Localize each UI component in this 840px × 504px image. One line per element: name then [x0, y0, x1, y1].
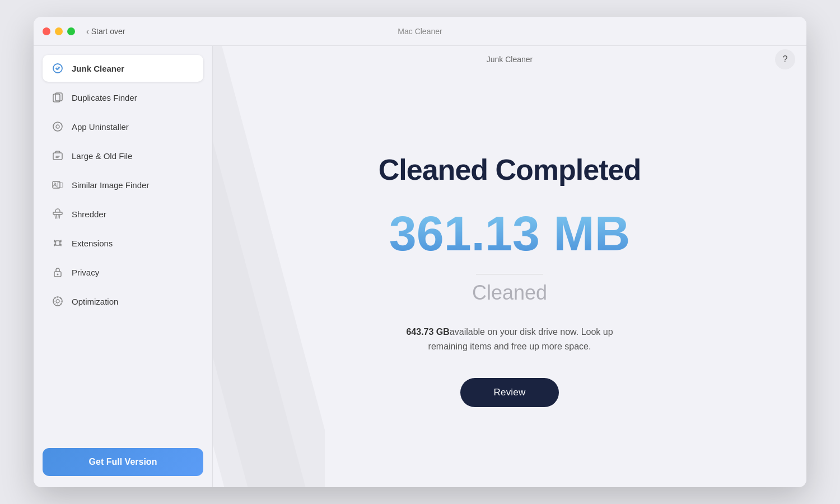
close-button[interactable] [43, 27, 50, 35]
svg-point-15 [56, 300, 59, 303]
divider [476, 274, 543, 274]
sidebar-nav: Junk Cleaner Duplicates Finder [43, 55, 203, 439]
privacy-icon [52, 266, 64, 278]
app-window: ‹ Start over Mac Cleaner Junk Clean [34, 17, 806, 487]
large-old-file-icon [52, 150, 64, 162]
get-full-version-button[interactable]: Get Full Version [43, 448, 203, 476]
app-uninstaller-icon [52, 120, 64, 133]
sidebar-item-privacy[interactable]: Privacy [43, 259, 203, 286]
optimization-icon [52, 295, 64, 307]
main-body: Cleaned Completed 361.13 MB Cleaned 643.… [213, 73, 806, 487]
main-header-title: Junk Cleaner [487, 55, 533, 64]
maximize-button[interactable] [67, 27, 75, 35]
content-area: Junk Cleaner Duplicates Finder [34, 46, 806, 487]
sidebar-item-label: Large & Old File [72, 151, 132, 161]
app-title: Mac Cleaner [398, 27, 442, 36]
cleaned-completed-heading: Cleaned Completed [379, 153, 641, 186]
sidebar-item-shredder[interactable]: Shredder [43, 200, 203, 227]
svg-rect-10 [53, 212, 62, 214]
svg-point-8 [54, 183, 56, 185]
sidebar-item-label: Shredder [72, 209, 106, 219]
sidebar-item-label: Junk Cleaner [72, 64, 124, 73]
chevron-left-icon: ‹ [86, 27, 89, 36]
sidebar-item-label: Similar Image Finder [72, 180, 149, 190]
sidebar-item-app-uninstaller[interactable]: App Uninstaller [43, 113, 203, 140]
sidebar-item-label: Privacy [72, 268, 99, 277]
disk-info: 643.73 GBavailable on your disk drive no… [392, 325, 627, 353]
sidebar-item-large-old-file[interactable]: Large & Old File [43, 142, 203, 169]
help-button[interactable]: ? [775, 49, 795, 69]
cleaned-amount: 361.13 MB [389, 209, 630, 258]
sidebar-item-label: Duplicates Finder [72, 93, 137, 102]
main-content: Junk Cleaner ? Cleaned Completed 361.13 … [213, 46, 806, 487]
svg-rect-11 [55, 241, 60, 245]
sidebar-item-optimization[interactable]: Optimization [43, 288, 203, 315]
shredder-icon [52, 208, 64, 220]
sidebar-item-extensions[interactable]: Extensions [43, 230, 203, 256]
svg-point-5 [56, 125, 59, 128]
sidebar: Junk Cleaner Duplicates Finder [34, 46, 213, 487]
main-header: Junk Cleaner ? [213, 46, 806, 73]
minimize-button[interactable] [55, 27, 63, 35]
start-over-button[interactable]: ‹ Start over [86, 27, 125, 36]
cleaned-label: Cleaned [472, 281, 547, 305]
sidebar-item-label: Optimization [72, 297, 118, 306]
sidebar-item-label: Extensions [72, 239, 113, 248]
similar-image-finder-icon [52, 179, 64, 191]
extensions-icon [52, 237, 64, 249]
start-over-label: Start over [91, 27, 125, 36]
review-button[interactable]: Review [460, 378, 559, 407]
traffic-lights [43, 27, 75, 35]
svg-point-13 [57, 274, 59, 276]
sidebar-item-similar-image-finder[interactable]: Similar Image Finder [43, 171, 203, 198]
title-bar: ‹ Start over Mac Cleaner [34, 17, 806, 46]
disk-space-bold: 643.73 GB [406, 327, 449, 337]
svg-point-4 [53, 122, 62, 131]
junk-cleaner-icon [52, 62, 64, 74]
sidebar-item-label: App Uninstaller [72, 122, 129, 132]
disk-space-text: available on your disk drive now. Look u… [428, 327, 613, 351]
sidebar-item-junk-cleaner[interactable]: Junk Cleaner [43, 55, 203, 82]
sidebar-item-duplicates-finder[interactable]: Duplicates Finder [43, 84, 203, 111]
duplicates-finder-icon [52, 91, 64, 104]
